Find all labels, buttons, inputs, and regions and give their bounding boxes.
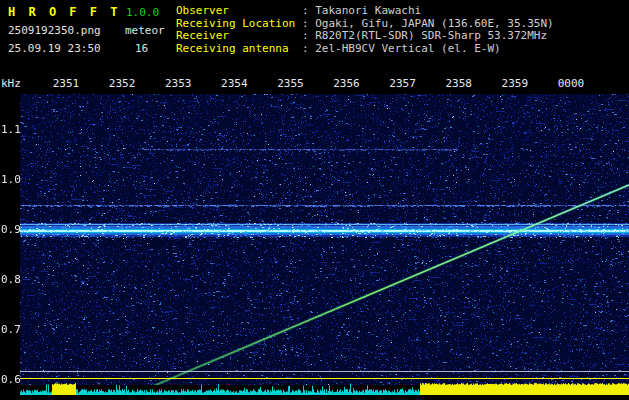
freq-tick-label: 0.9 bbox=[1, 223, 21, 236]
time-tick-label: 2355 bbox=[273, 77, 307, 90]
info-label: Receiver bbox=[176, 30, 302, 43]
freq-tick-label: 1.0 bbox=[1, 173, 21, 186]
time-tick-label: 2354 bbox=[217, 77, 251, 90]
time-tick-label: 2356 bbox=[330, 77, 364, 90]
spectrogram-canvas bbox=[0, 92, 629, 400]
freq-tick-label: 0.7 bbox=[1, 323, 21, 336]
time-tick-label: 2359 bbox=[498, 77, 532, 90]
freq-tick-label: 0.8 bbox=[1, 273, 21, 286]
time-tick-label: 2351 bbox=[49, 77, 83, 90]
time-tick-label: 2353 bbox=[161, 77, 195, 90]
info-value: : Ogaki, Gifu, JAPAN (136.60E, 35.35N) bbox=[302, 17, 554, 30]
station-info: Observer: Takanori KawachiReceiving Loca… bbox=[176, 5, 554, 55]
y-axis-unit-label: kHz bbox=[1, 77, 21, 90]
time-tick-label: 0000 bbox=[554, 77, 588, 90]
time-tick-label: 2357 bbox=[386, 77, 420, 90]
hrofft-screen: H R O F F T 1.0.0 2509192350.png meteor … bbox=[0, 0, 629, 400]
info-value: : 2el-HB9CV Vertical (el. E-W) bbox=[302, 42, 501, 55]
time-tick-label: 2358 bbox=[442, 77, 476, 90]
mode-label: meteor bbox=[125, 24, 165, 37]
info-value: : Takanori Kawachi bbox=[302, 4, 421, 17]
timestamp: 25.09.19 23:50 bbox=[8, 42, 101, 55]
info-label: Observer bbox=[176, 5, 302, 18]
info-value: : R820T2(RTL-SDR) SDR-Sharp 53.372MHz bbox=[302, 29, 547, 42]
time-tick-label: 2352 bbox=[105, 77, 139, 90]
info-label: Receiving antenna bbox=[176, 43, 302, 56]
output-filename: 2509192350.png bbox=[8, 24, 101, 37]
info-row: Receiving antenna: 2el-HB9CV Vertical (e… bbox=[176, 43, 554, 56]
app-title: H R O F F T bbox=[8, 5, 120, 19]
app-version: 1.0.0 bbox=[126, 6, 159, 19]
echo-count: 16 bbox=[135, 42, 148, 55]
freq-tick-label: 0.6 bbox=[1, 373, 21, 386]
freq-tick-label: 1.1 bbox=[1, 123, 21, 136]
